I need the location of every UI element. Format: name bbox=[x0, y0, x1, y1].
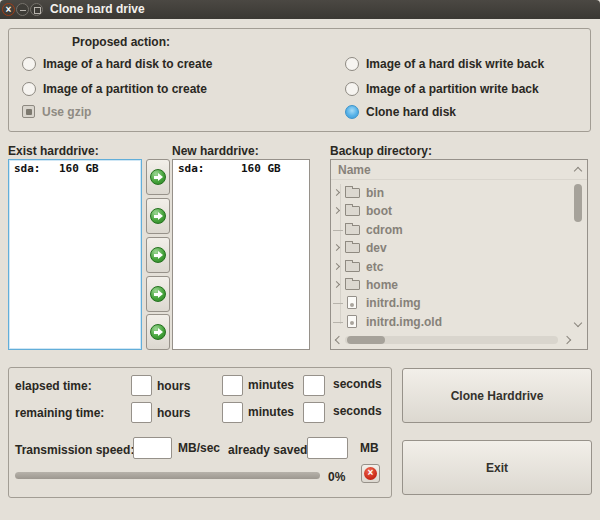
radio-option-image-hd-writeback[interactable]: Image of a hard disk write back bbox=[345, 56, 544, 71]
radio-option-clone-hard-disk[interactable]: Clone hard disk bbox=[345, 104, 456, 119]
arrow-right-icon bbox=[150, 169, 166, 185]
expander-icon[interactable] bbox=[333, 189, 340, 196]
tree-item-label: dev bbox=[366, 241, 387, 255]
move-to-new-button-2[interactable] bbox=[146, 198, 170, 234]
elapsed-seconds-input[interactable] bbox=[303, 375, 325, 396]
remaining-time-label: remaining time: bbox=[15, 406, 104, 420]
tree-item-cdrom[interactable]: cdrom bbox=[331, 221, 571, 239]
move-to-new-button-3[interactable] bbox=[146, 237, 170, 273]
radio-label: Image of a partition to create bbox=[43, 82, 207, 96]
saved-unit-label: MB bbox=[360, 441, 379, 455]
name-header-label: Name bbox=[338, 163, 371, 177]
remaining-hours-input[interactable] bbox=[131, 402, 152, 423]
tree-item-boot[interactable]: boot bbox=[331, 202, 571, 220]
maximize-icon[interactable] bbox=[30, 3, 43, 16]
radio-option-image-hd-create[interactable]: Image of a hard disk to create bbox=[22, 56, 212, 71]
file-icon bbox=[347, 296, 357, 309]
tree-item-label: initrd.img bbox=[366, 296, 421, 310]
radio-icon bbox=[22, 57, 36, 71]
expander-icon[interactable] bbox=[333, 207, 340, 214]
elapsed-minutes-input[interactable] bbox=[222, 375, 243, 396]
file-icon bbox=[347, 315, 357, 328]
tree-item-initrd.img.old[interactable]: initrd.img.old bbox=[331, 313, 571, 331]
folder-icon bbox=[345, 188, 360, 198]
move-to-new-button-1[interactable] bbox=[146, 159, 170, 195]
tree-item-bin[interactable]: bin bbox=[331, 184, 571, 202]
radio-label: Image of a hard disk write back bbox=[366, 57, 544, 71]
minimize-icon[interactable] bbox=[16, 3, 29, 16]
arrow-right-icon bbox=[150, 286, 166, 302]
tree-item-dev[interactable]: dev bbox=[331, 239, 571, 257]
radio-icon bbox=[345, 57, 359, 71]
tree-name-column-header[interactable]: Name bbox=[331, 160, 587, 180]
tree-item-label: bin bbox=[366, 186, 384, 200]
seconds-unit-label: seconds bbox=[333, 377, 382, 391]
move-to-new-button-5[interactable] bbox=[146, 314, 170, 350]
window-title: Clone hard drive bbox=[50, 2, 145, 17]
scroll-left-icon[interactable] bbox=[335, 336, 343, 344]
folder-icon bbox=[345, 206, 360, 216]
clone-harddrive-button[interactable]: Clone Harddrive bbox=[402, 368, 592, 423]
cancel-x-icon bbox=[364, 467, 377, 480]
hours-unit-label: hours bbox=[157, 406, 190, 420]
radio-icon bbox=[345, 105, 359, 119]
close-icon[interactable] bbox=[2, 3, 15, 16]
seconds-unit-label: seconds bbox=[333, 404, 382, 418]
tree-item-initrd.img[interactable]: initrd.img bbox=[331, 294, 571, 312]
radio-icon bbox=[345, 82, 359, 96]
scroll-up-icon[interactable] bbox=[574, 167, 582, 175]
use-gzip-option: Use gzip bbox=[22, 104, 91, 119]
harddrive-item[interactable]: sda:160 GB bbox=[9, 160, 141, 177]
radio-label: Clone hard disk bbox=[366, 105, 456, 119]
already-saved-label: already saved: bbox=[228, 443, 311, 457]
tree-line bbox=[333, 230, 343, 231]
device-size: 160 GB bbox=[59, 163, 99, 175]
titlebar: Clone hard drive bbox=[0, 0, 600, 19]
tree-line bbox=[333, 322, 343, 323]
device-name: sda: bbox=[178, 163, 205, 175]
move-to-new-button-4[interactable] bbox=[146, 276, 170, 312]
tree-line bbox=[333, 303, 343, 304]
backup-directory-label: Backup directory: bbox=[330, 144, 432, 158]
use-gzip-label: Use gzip bbox=[42, 105, 91, 119]
radio-option-image-partition-create[interactable]: Image of a partition to create bbox=[22, 81, 207, 96]
new-harddrive-list[interactable]: sda:160 GB bbox=[172, 159, 310, 350]
folder-icon bbox=[345, 280, 360, 290]
tree-item-label: home bbox=[366, 278, 398, 292]
radio-option-image-partition-writeback[interactable]: Image of a partition write back bbox=[345, 81, 539, 96]
folder-icon bbox=[345, 262, 360, 272]
elapsed-time-label: elapsed time: bbox=[15, 379, 92, 393]
exist-harddrive-label: Exist harddrive: bbox=[8, 144, 99, 158]
use-gzip-checkbox bbox=[22, 105, 35, 118]
arrow-right-icon bbox=[150, 208, 166, 224]
tree-item-label: boot bbox=[366, 204, 392, 218]
scroll-right-icon[interactable] bbox=[563, 336, 571, 344]
tree-item-home[interactable]: home bbox=[331, 276, 571, 294]
radio-label: Image of a partition write back bbox=[366, 82, 539, 96]
folder-icon bbox=[345, 225, 360, 235]
expander-icon[interactable] bbox=[333, 244, 340, 251]
tree-item-label: etc bbox=[366, 260, 383, 274]
expander-icon[interactable] bbox=[333, 281, 340, 288]
progress-bar bbox=[15, 472, 320, 479]
already-saved-input[interactable] bbox=[307, 437, 348, 459]
arrow-right-icon bbox=[150, 324, 166, 340]
tree-item-label: initrd.img.old bbox=[366, 315, 442, 329]
harddrive-item[interactable]: sda:160 GB bbox=[173, 160, 309, 177]
backup-directory-tree: Name binbootcdromdevetchomeinitrd.imgini… bbox=[330, 159, 588, 350]
tree-item-etc[interactable]: etc bbox=[331, 258, 571, 276]
scroll-down-icon[interactable] bbox=[574, 319, 582, 327]
transmission-speed-input[interactable] bbox=[133, 437, 172, 459]
cancel-button[interactable] bbox=[361, 464, 380, 483]
exist-harddrive-list[interactable]: sda:160 GB bbox=[8, 159, 142, 350]
progress-percent-label: 0% bbox=[328, 470, 345, 484]
device-name: sda: bbox=[14, 163, 41, 175]
expander-icon[interactable] bbox=[333, 263, 340, 270]
horizontal-scrollbar-thumb[interactable] bbox=[347, 336, 385, 344]
remaining-seconds-input[interactable] bbox=[303, 402, 325, 423]
remaining-minutes-input[interactable] bbox=[222, 402, 243, 423]
elapsed-hours-input[interactable] bbox=[131, 375, 152, 396]
clone-hard-drive-window: Clone hard drive Proposed action: Image … bbox=[0, 0, 600, 520]
exit-button[interactable]: Exit bbox=[402, 440, 592, 495]
vertical-scrollbar-thumb[interactable] bbox=[574, 184, 582, 222]
